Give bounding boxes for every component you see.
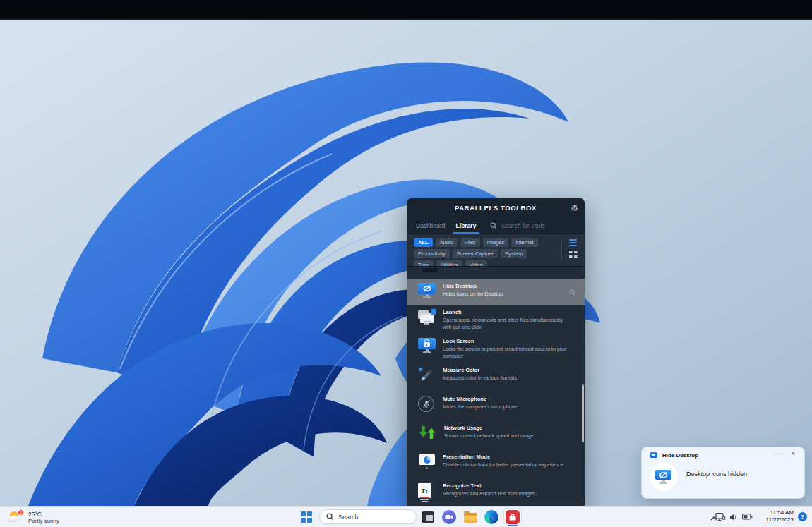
tab-label: Dashboard	[416, 222, 446, 229]
start-button[interactable]	[299, 510, 314, 524]
tool-text: Recognize TextRecognizes and extracts te…	[443, 478, 571, 506]
parallels-toolbox-icon[interactable]	[503, 507, 522, 527]
list-view-icon[interactable]	[569, 239, 577, 246]
weather-temperature: 25°C	[28, 511, 59, 518]
recognize-text-icon-part-part	[420, 499, 429, 500]
window-title: PARALLELS TOOLBOX	[455, 204, 537, 212]
parallels-toolbox-icon-art-part	[506, 510, 520, 524]
list-view-icon-part	[569, 239, 577, 241]
notification-count-badge[interactable]: ?	[798, 512, 807, 521]
tool-row-lock-screen[interactable]: Lock ScreenLocks the screen to prevent u…	[407, 334, 585, 363]
bloom-wallpaper-art	[0, 20, 812, 506]
hide-desktop-icon	[418, 283, 436, 303]
speaker-icon-part	[730, 514, 734, 521]
tool-row-recognize-text[interactable]: TtRecognize TextRecognizes and extracts …	[407, 478, 585, 506]
edge-browser-icon-art	[484, 510, 498, 524]
filter-chip-system[interactable]: System	[501, 249, 527, 258]
taskbar-search-placeholder: Search	[338, 514, 359, 521]
chat-app-icon[interactable]	[440, 507, 458, 527]
tool-row-launch[interactable]: LaunchOpens apps, documents and other fi…	[407, 305, 585, 334]
parallels-toolbox-icon-art-part-part-part	[510, 516, 516, 521]
tool-description: Disables distractions for better present…	[443, 461, 571, 468]
hide-desktop-monitor-icon-part	[655, 470, 671, 480]
screen: PARALLELS TOOLBOX ⚙ DashboardLibrarySear…	[0, 0, 812, 527]
search-for-tools-icon-part	[491, 223, 496, 227]
weather-condition: Partly sunny	[28, 518, 59, 524]
filter-chips: ALLAudioFilesImagesInternetProductivityS…	[407, 234, 548, 269]
tab-dashboard[interactable]: Dashboard	[416, 217, 446, 234]
weather-alert-badge: 1	[18, 509, 24, 516]
edge-browser-icon[interactable]	[482, 507, 501, 527]
chat-app-icon-art-part-part-part	[446, 515, 450, 519]
network-monitor-icon	[715, 512, 726, 521]
network-usage-icon-part-part	[418, 425, 438, 441]
windows-logo-icon	[301, 511, 313, 523]
edge-browser-icon-art-part-part	[489, 515, 497, 523]
measure-color-icon-part-part-part	[421, 377, 425, 381]
tool-title: Network Usage	[444, 425, 573, 432]
file-explorer-icon-art-part-part	[464, 516, 477, 523]
tool-title: Mute Microphone	[443, 396, 571, 403]
taskbar-search[interactable]: Search	[319, 509, 417, 524]
screenshot-app-icon[interactable]	[419, 507, 437, 527]
tool-title: Measure Color	[443, 367, 571, 374]
tool-row-mute-microphone[interactable]: Mute MicrophoneMutes the computer's micr…	[407, 392, 585, 420]
hide-desktop-icon-part	[418, 283, 436, 300]
file-explorer-icon-art-part	[464, 511, 477, 523]
filter-chip-files[interactable]: Files	[460, 238, 480, 247]
filter-chip-all[interactable]: ALL	[414, 238, 433, 247]
filter-chip-images[interactable]: Images	[483, 238, 509, 247]
filter-chip-audio[interactable]: Audio	[436, 238, 458, 247]
hide-desktop-monitor-icon-part	[659, 482, 667, 484]
battery-icon-part	[744, 515, 747, 518]
notification-close-icon[interactable]: ✕	[790, 450, 796, 457]
recognize-text-icon-part-part: Tt	[422, 487, 428, 495]
tool-description: Shows current network speed and usage	[444, 432, 573, 440]
tool-description: Hides icons on the Desktop	[443, 291, 571, 298]
settings-gear-icon[interactable]: ⚙	[571, 204, 578, 212]
network-usage-icon-part	[418, 425, 438, 441]
search-icon-part	[331, 518, 333, 520]
scrollbar[interactable]	[582, 384, 584, 442]
tray-status-icons[interactable]	[715, 512, 753, 521]
search-icon-part	[327, 514, 332, 519]
tool-title: Lock Screen	[443, 338, 571, 345]
tool-row-network-usage[interactable]: Network UsageShows current network speed…	[407, 420, 585, 449]
mute-microphone-icon-part	[418, 396, 434, 412]
tool-title: Recognize Text	[443, 483, 571, 490]
filter-chip-screen-capture[interactable]: Screen Capture	[453, 249, 498, 258]
search-for-tools-icon	[490, 222, 497, 229]
favorite-star-icon[interactable]: ☆	[568, 288, 576, 296]
file-explorer-icon[interactable]	[461, 507, 479, 527]
notification-more-icon[interactable]: ⋯	[775, 450, 782, 457]
parallels-toolbox-window: PARALLELS TOOLBOX ⚙ DashboardLibrarySear…	[407, 198, 585, 506]
clock[interactable]: 11:54 AM 11/27/2023	[750, 509, 794, 523]
weather-widget[interactable]: 1 25°C Partly sunny	[4, 508, 64, 526]
taskbar: 1 25°C Partly sunny Search	[0, 506, 812, 527]
edge-browser-icon-art-part	[484, 510, 498, 524]
hide-desktop-notification[interactable]: Hide Desktop ⋯ ✕ Desktop icons hidden	[641, 447, 805, 499]
launch-icon-part-part-part	[424, 323, 429, 325]
screenshot-app-icon-art	[422, 511, 434, 523]
partial-tool-icon	[422, 268, 438, 272]
presentation-mode-icon-part-part	[426, 467, 428, 469]
measure-color-icon-part	[418, 367, 436, 384]
grid-view-icon[interactable]	[569, 251, 577, 258]
filter-chip-internet[interactable]: Internet	[511, 238, 537, 247]
filter-chip-productivity[interactable]: Productivity	[414, 249, 450, 258]
tool-text: Lock ScreenLocks the screen to prevent u…	[443, 334, 571, 363]
tab-library[interactable]: Library	[456, 217, 477, 234]
tool-row-presentation-mode[interactable]: Presentation ModeDisables distractions f…	[407, 449, 585, 478]
tool-row-hide-desktop[interactable]: Hide DesktopHides icons on the Desktop☆	[407, 279, 585, 305]
tool-text: Mute MicrophoneMutes the computer's micr…	[443, 392, 571, 420]
network-usage-icon-part-part-part	[427, 428, 435, 439]
partly-sunny-icon-part	[14, 518, 20, 522]
lock-screen-icon-part-part	[426, 344, 427, 346]
hide-desktop-icon-part-part	[423, 296, 431, 298]
partly-sunny-icon: 1	[8, 510, 24, 524]
list-view-icon-part	[569, 242, 577, 243]
partially-scrolled-row	[407, 266, 585, 279]
notification-header: Hide Desktop ⋯ ✕	[642, 447, 804, 463]
tool-row-measure-color[interactable]: Measure ColorMeasures color in various f…	[407, 363, 585, 392]
tools-search[interactable]: Search for Tools	[490, 222, 544, 229]
